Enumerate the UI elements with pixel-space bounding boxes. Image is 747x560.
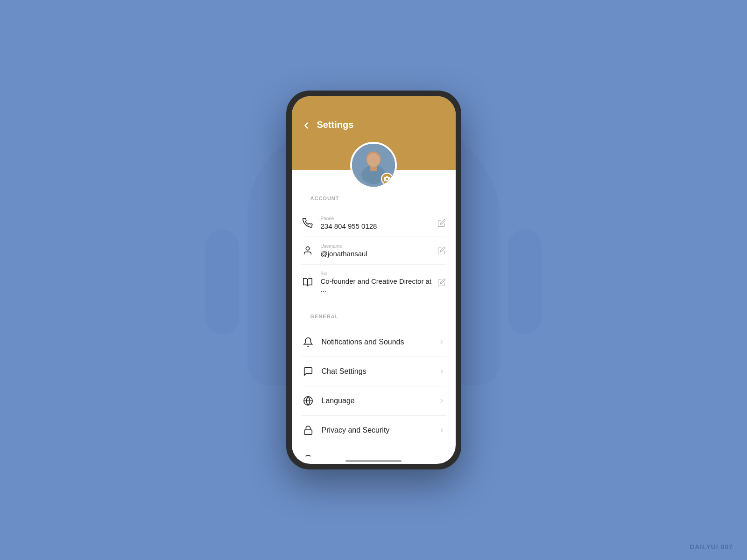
phone-screen: Settings: [292, 96, 456, 464]
svg-point-15: [386, 178, 388, 180]
notifications-chevron-icon: [437, 337, 446, 347]
phone-edit-icon[interactable]: [437, 218, 446, 228]
username-label: Username: [321, 244, 437, 249]
general-section: Notifications and Sounds Chat Settin: [292, 328, 456, 456]
privacy-label: Privacy and Security: [322, 426, 437, 434]
globe-icon: [301, 394, 315, 408]
svg-point-16: [306, 247, 309, 250]
phone-field-row[interactable]: Phone 234 804 955 0128: [301, 210, 446, 237]
account-section-label: ACCOUNT: [301, 196, 446, 206]
bio-label: Bio: [321, 271, 437, 276]
general-section-label-wrapper: GENERAL: [292, 314, 456, 328]
page-title: Settings: [317, 119, 354, 130]
avatar[interactable]: [350, 142, 397, 189]
chat-settings-menu-row[interactable]: Chat Settings: [301, 357, 446, 386]
username-edit-icon[interactable]: [437, 246, 446, 255]
notifications-menu-row[interactable]: Notifications and Sounds: [301, 328, 446, 357]
bio-edit-icon[interactable]: [437, 278, 446, 287]
phone-frame: Settings: [286, 91, 461, 469]
bio-field-content: Bio Co-founder and Creative Director at …: [321, 271, 437, 293]
privacy-menu-row[interactable]: Privacy and Security: [301, 416, 446, 445]
account-section: Phone 234 804 955 0128: [292, 210, 456, 300]
bio-value: Co-founder and Creative Director at ...: [321, 277, 437, 293]
bell-icon: [301, 335, 315, 349]
notifications-label: Notifications and Sounds: [322, 338, 437, 346]
bio-icon: [301, 276, 314, 289]
privacy-chevron-icon: [437, 426, 446, 435]
camera-badge[interactable]: [381, 173, 393, 185]
language-menu-row[interactable]: Language: [301, 386, 446, 416]
phone-field-content: Phone 234 804 955 0128: [321, 216, 437, 230]
lock-icon: [301, 423, 315, 437]
general-section-label: GENERAL: [301, 314, 446, 324]
phone-label: Phone: [321, 216, 437, 221]
back-button[interactable]: [301, 120, 311, 133]
home-indicator: [292, 456, 456, 464]
svg-rect-19: [304, 430, 312, 434]
svg-point-14: [367, 153, 380, 167]
phone-value: 234 804 955 0128: [321, 222, 437, 230]
chat-settings-label: Chat Settings: [322, 367, 437, 376]
watermark: DAILYUI 007: [690, 543, 733, 551]
username-field-row[interactable]: Username @jonathansaul: [301, 237, 446, 265]
svg-rect-2: [205, 230, 239, 335]
scroll-content: ACCOUNT Phone 234 804 955 0128: [292, 170, 456, 456]
user-icon: [301, 244, 314, 257]
phone-icon: [301, 217, 314, 230]
language-chevron-icon: [437, 396, 446, 406]
language-label: Language: [322, 397, 437, 405]
username-value: @jonathansaul: [321, 250, 437, 258]
chat-settings-chevron-icon: [437, 367, 446, 376]
home-bar: [345, 460, 402, 462]
bio-field-row[interactable]: Bio Co-founder and Creative Director at …: [301, 265, 446, 300]
username-field-content: Username @jonathansaul: [321, 244, 437, 258]
account-section-label-wrapper: ACCOUNT: [292, 196, 456, 210]
chat-icon: [301, 364, 315, 378]
help-icon: [301, 453, 315, 456]
svg-rect-3: [508, 230, 542, 335]
help-menu-row[interactable]: Help: [301, 445, 446, 456]
